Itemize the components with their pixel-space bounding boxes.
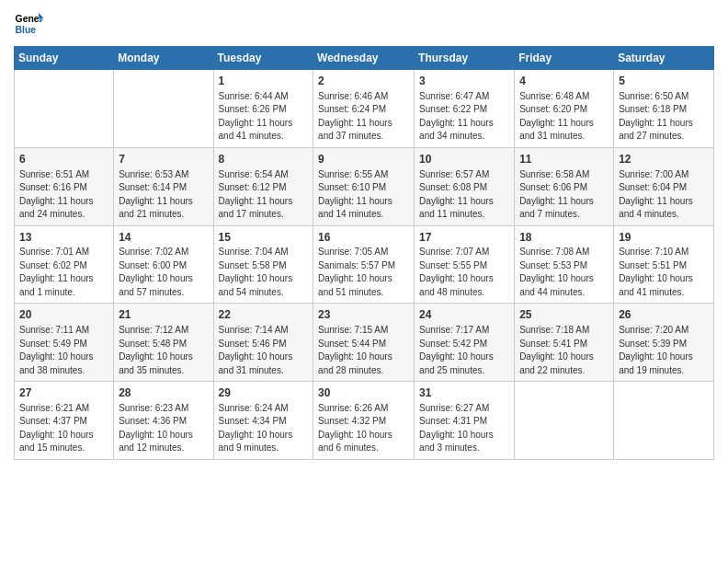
- col-header-saturday: Saturday: [614, 47, 714, 70]
- day-number: 23: [318, 307, 409, 323]
- day-number: 9: [318, 152, 409, 167]
- day-number: 25: [519, 307, 609, 323]
- day-number: 28: [119, 385, 208, 401]
- day-number: 6: [19, 152, 108, 167]
- general-blue-logo-icon: General Blue: [14, 9, 43, 39]
- calendar-cell: 23Sunrise: 7:15 AM Sunset: 5:44 PM Dayli…: [313, 304, 415, 382]
- calendar-cell: 13Sunrise: 7:01 AM Sunset: 6:02 PM Dayli…: [15, 225, 114, 304]
- calendar-cell: 31Sunrise: 6:27 AM Sunset: 4:31 PM Dayli…: [415, 382, 515, 460]
- week-row-2: 13Sunrise: 7:01 AM Sunset: 6:02 PM Dayli…: [15, 225, 714, 304]
- day-number: 31: [419, 385, 509, 401]
- day-number: 22: [219, 307, 309, 323]
- calendar-header-row: SundayMondayTuesdayWednesdayThursdayFrid…: [15, 47, 714, 70]
- col-header-tuesday: Tuesday: [213, 47, 313, 70]
- day-number: 30: [318, 385, 409, 401]
- week-row-1: 6Sunrise: 6:51 AM Sunset: 6:16 PM Daylig…: [15, 147, 714, 225]
- cell-content: Sunrise: 6:53 AM Sunset: 6:14 PM Dayligh…: [119, 168, 208, 222]
- calendar-table: SundayMondayTuesdayWednesdayThursdayFrid…: [14, 46, 714, 460]
- cell-content: Sunrise: 6:24 AM Sunset: 4:34 PM Dayligh…: [219, 402, 309, 455]
- calendar-cell: 3Sunrise: 6:47 AM Sunset: 6:22 PM Daylig…: [415, 70, 515, 148]
- day-number: 26: [619, 307, 709, 323]
- cell-content: Sunrise: 7:14 AM Sunset: 5:46 PM Dayligh…: [219, 324, 309, 377]
- week-row-4: 27Sunrise: 6:21 AM Sunset: 4:37 PM Dayli…: [15, 382, 714, 460]
- cell-content: Sunrise: 7:20 AM Sunset: 5:39 PM Dayligh…: [619, 324, 709, 377]
- day-number: 29: [219, 385, 309, 401]
- day-number: 21: [119, 307, 208, 323]
- calendar-cell: 15Sunrise: 7:04 AM Sunset: 5:58 PM Dayli…: [213, 225, 313, 304]
- day-number: 5: [619, 74, 709, 89]
- day-number: 7: [119, 152, 208, 167]
- logo: General Blue: [14, 9, 43, 39]
- cell-content: Sunrise: 7:15 AM Sunset: 5:44 PM Dayligh…: [318, 324, 409, 377]
- cell-content: Sunrise: 6:46 AM Sunset: 6:24 PM Dayligh…: [318, 90, 409, 144]
- cell-content: Sunrise: 6:54 AM Sunset: 6:12 PM Dayligh…: [219, 168, 309, 222]
- calendar-cell: [614, 382, 714, 460]
- svg-text:Blue: Blue: [16, 25, 37, 35]
- calendar-cell: 21Sunrise: 7:12 AM Sunset: 5:48 PM Dayli…: [114, 304, 213, 382]
- calendar-cell: 22Sunrise: 7:14 AM Sunset: 5:46 PM Dayli…: [213, 304, 313, 382]
- calendar-cell: 18Sunrise: 7:08 AM Sunset: 5:53 PM Dayli…: [515, 225, 614, 304]
- cell-content: Sunrise: 6:48 AM Sunset: 6:20 PM Dayligh…: [519, 90, 609, 144]
- cell-content: Sunrise: 7:18 AM Sunset: 5:41 PM Dayligh…: [519, 324, 609, 377]
- cell-content: Sunrise: 7:04 AM Sunset: 5:58 PM Dayligh…: [219, 246, 309, 299]
- cell-content: Sunrise: 6:44 AM Sunset: 6:26 PM Dayligh…: [219, 90, 309, 144]
- calendar-cell: 27Sunrise: 6:21 AM Sunset: 4:37 PM Dayli…: [15, 382, 114, 460]
- calendar-cell: 9Sunrise: 6:55 AM Sunset: 6:10 PM Daylig…: [313, 147, 415, 225]
- cell-content: Sunrise: 7:12 AM Sunset: 5:48 PM Dayligh…: [119, 324, 208, 377]
- calendar-cell: 10Sunrise: 6:57 AM Sunset: 6:08 PM Dayli…: [415, 147, 515, 225]
- day-number: 4: [519, 74, 609, 89]
- calendar-cell: 2Sunrise: 6:46 AM Sunset: 6:24 PM Daylig…: [313, 70, 415, 148]
- cell-content: Sunrise: 7:07 AM Sunset: 5:55 PM Dayligh…: [419, 246, 509, 299]
- day-number: 27: [19, 385, 108, 401]
- day-number: 17: [419, 230, 509, 246]
- day-number: 3: [419, 74, 509, 89]
- week-row-3: 20Sunrise: 7:11 AM Sunset: 5:49 PM Dayli…: [15, 304, 714, 382]
- cell-content: Sunrise: 7:05 AM Sanimals: 5:57 PM Dayli…: [318, 246, 409, 299]
- calendar-cell: [15, 70, 114, 148]
- col-header-wednesday: Wednesday: [313, 47, 415, 70]
- day-number: 12: [619, 152, 709, 167]
- day-number: 24: [419, 307, 509, 323]
- cell-content: Sunrise: 6:58 AM Sunset: 6:06 PM Dayligh…: [519, 168, 609, 222]
- page: General Blue SundayMondayTuesdayWednesda…: [0, 0, 728, 563]
- cell-content: Sunrise: 7:11 AM Sunset: 5:49 PM Dayligh…: [19, 324, 108, 377]
- col-header-thursday: Thursday: [415, 47, 515, 70]
- header: General Blue: [14, 9, 714, 39]
- calendar-cell: 26Sunrise: 7:20 AM Sunset: 5:39 PM Dayli…: [614, 304, 714, 382]
- day-number: 14: [119, 230, 208, 246]
- cell-content: Sunrise: 6:26 AM Sunset: 4:32 PM Dayligh…: [318, 402, 409, 455]
- cell-content: Sunrise: 6:51 AM Sunset: 6:16 PM Dayligh…: [19, 168, 108, 222]
- calendar-cell: 12Sunrise: 7:00 AM Sunset: 6:04 PM Dayli…: [614, 147, 714, 225]
- cell-content: Sunrise: 6:57 AM Sunset: 6:08 PM Dayligh…: [419, 168, 509, 222]
- calendar-cell: 25Sunrise: 7:18 AM Sunset: 5:41 PM Dayli…: [515, 304, 614, 382]
- calendar-cell: 19Sunrise: 7:10 AM Sunset: 5:51 PM Dayli…: [614, 225, 714, 304]
- day-number: 19: [619, 230, 709, 246]
- calendar-cell: 11Sunrise: 6:58 AM Sunset: 6:06 PM Dayli…: [515, 147, 614, 225]
- calendar-cell: 14Sunrise: 7:02 AM Sunset: 6:00 PM Dayli…: [114, 225, 213, 304]
- day-number: 1: [219, 74, 309, 89]
- cell-content: Sunrise: 6:27 AM Sunset: 4:31 PM Dayligh…: [419, 402, 509, 455]
- calendar-cell: 28Sunrise: 6:23 AM Sunset: 4:36 PM Dayli…: [114, 382, 213, 460]
- calendar-cell: 20Sunrise: 7:11 AM Sunset: 5:49 PM Dayli…: [15, 304, 114, 382]
- calendar-cell: 8Sunrise: 6:54 AM Sunset: 6:12 PM Daylig…: [213, 147, 313, 225]
- calendar-cell: [114, 70, 213, 148]
- week-row-0: 1Sunrise: 6:44 AM Sunset: 6:26 PM Daylig…: [15, 70, 714, 148]
- day-number: 8: [219, 152, 309, 167]
- calendar-cell: 6Sunrise: 6:51 AM Sunset: 6:16 PM Daylig…: [15, 147, 114, 225]
- calendar-cell: 24Sunrise: 7:17 AM Sunset: 5:42 PM Dayli…: [415, 304, 515, 382]
- cell-content: Sunrise: 7:10 AM Sunset: 5:51 PM Dayligh…: [619, 246, 709, 299]
- day-number: 15: [219, 230, 309, 246]
- cell-content: Sunrise: 6:50 AM Sunset: 6:18 PM Dayligh…: [619, 90, 709, 144]
- calendar-cell: 30Sunrise: 6:26 AM Sunset: 4:32 PM Dayli…: [313, 382, 415, 460]
- calendar-cell: 4Sunrise: 6:48 AM Sunset: 6:20 PM Daylig…: [515, 70, 614, 148]
- cell-content: Sunrise: 6:21 AM Sunset: 4:37 PM Dayligh…: [19, 402, 108, 455]
- calendar-cell: 29Sunrise: 6:24 AM Sunset: 4:34 PM Dayli…: [213, 382, 313, 460]
- cell-content: Sunrise: 7:00 AM Sunset: 6:04 PM Dayligh…: [619, 168, 709, 222]
- calendar-cell: 7Sunrise: 6:53 AM Sunset: 6:14 PM Daylig…: [114, 147, 213, 225]
- calendar-cell: 5Sunrise: 6:50 AM Sunset: 6:18 PM Daylig…: [614, 70, 714, 148]
- day-number: 13: [19, 230, 108, 246]
- col-header-friday: Friday: [515, 47, 614, 70]
- day-number: 11: [519, 152, 609, 167]
- day-number: 20: [19, 307, 108, 323]
- day-number: 10: [419, 152, 509, 167]
